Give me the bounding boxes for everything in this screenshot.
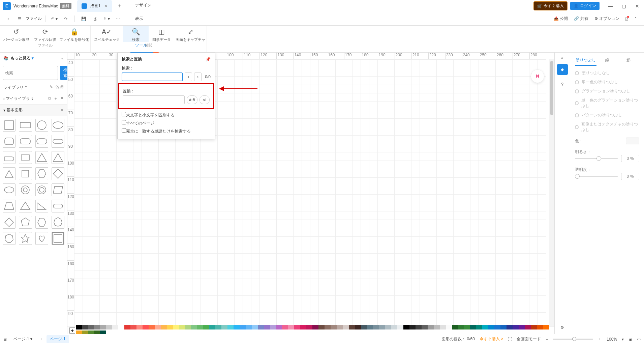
palette-color[interactable] (130, 325, 136, 329)
replace-input[interactable] (123, 95, 185, 104)
shape-item[interactable] (19, 151, 32, 164)
help-icon[interactable]: ? (557, 79, 568, 90)
palette-color[interactable] (343, 325, 349, 329)
shape-item[interactable] (52, 135, 64, 148)
palette-color[interactable] (361, 325, 367, 329)
shape-item[interactable] (19, 216, 32, 229)
page-dropdown[interactable]: ページ-1 ▾ (10, 335, 36, 343)
shape-item[interactable] (52, 200, 64, 212)
fit-width-icon[interactable]: ▭ (637, 337, 641, 342)
more-icon[interactable]: ⋯ (113, 14, 123, 24)
palette-color[interactable] (458, 325, 464, 329)
palette-color[interactable] (185, 325, 191, 329)
new-tab-button[interactable]: ＋ (117, 2, 122, 9)
palette-color[interactable] (173, 325, 179, 329)
close-section-icon[interactable]: ✕ (60, 108, 64, 113)
palette-color[interactable] (264, 325, 270, 329)
palette-color[interactable] (246, 325, 252, 329)
palette-color[interactable] (403, 325, 409, 329)
palette-color[interactable] (191, 325, 197, 329)
fill-tool-icon[interactable]: ◆ (557, 64, 568, 75)
palette-color[interactable] (422, 325, 428, 329)
notification-icon[interactable]: ⍰ (625, 17, 628, 21)
shape-item[interactable] (19, 167, 32, 180)
shape-item[interactable] (19, 119, 32, 132)
fill-option[interactable]: 画像またはテクスチャの塗りつぶし (575, 121, 639, 133)
shape-item[interactable] (19, 135, 32, 148)
palette-color[interactable] (397, 325, 403, 329)
ribbon-図形データ[interactable]: ◫図形データ (149, 26, 174, 42)
ribbon-ファイルを暗号化[interactable]: 🔒ファイルを暗号化 (58, 26, 90, 42)
shape-item[interactable] (3, 151, 16, 164)
palette-color[interactable] (94, 325, 100, 329)
shape-item[interactable] (35, 167, 48, 180)
zoom-in-button[interactable]: ＋ (598, 336, 602, 342)
palette-color[interactable] (203, 325, 209, 329)
ribbon-バージョン履歴[interactable]: ↺バージョン履歴 (0, 26, 32, 42)
menu-デザイン[interactable]: デザイン (130, 0, 156, 12)
palette-color[interactable] (531, 325, 537, 329)
shape-item[interactable] (35, 183, 48, 196)
ribbon-検索[interactable]: 🔍検索 (123, 26, 149, 42)
palette-color[interactable] (470, 325, 476, 329)
shape-item[interactable] (52, 151, 64, 164)
options-button[interactable]: ⚙ オプション (594, 16, 619, 22)
palette-color[interactable] (306, 325, 312, 329)
rp-tab-2[interactable]: 影 (618, 55, 639, 66)
palette-color[interactable] (513, 325, 519, 329)
ai-float-button[interactable]: N (531, 69, 544, 83)
case-sensitive-checkbox[interactable] (122, 112, 126, 116)
back-button[interactable]: ‹ (3, 14, 13, 24)
close-tab-icon[interactable]: ✕ (104, 4, 108, 8)
palette-color[interactable] (500, 325, 507, 329)
palette-color[interactable] (221, 325, 227, 329)
my-library-item[interactable]: マイライブラリ (6, 96, 34, 102)
palette-color[interactable] (337, 325, 343, 329)
shape-item[interactable] (19, 200, 32, 212)
palette-color[interactable] (349, 325, 355, 329)
palette-color[interactable] (525, 325, 531, 329)
login-button[interactable]: 👤ログイン (570, 2, 600, 10)
palette-color[interactable] (106, 325, 112, 329)
edit-icon[interactable]: ✎ (50, 85, 53, 90)
palette-color[interactable] (179, 325, 185, 329)
shape-item[interactable] (35, 232, 48, 245)
palette-color[interactable] (507, 325, 513, 329)
replace-all-button[interactable]: all (200, 95, 210, 104)
prev-match-button[interactable]: ‹ (185, 73, 192, 81)
palette-color[interactable] (355, 325, 361, 329)
palette-color[interactable] (118, 325, 124, 329)
palette-color[interactable] (100, 325, 106, 329)
palette-color[interactable] (434, 325, 440, 329)
palette-color[interactable] (88, 325, 94, 329)
palette-color[interactable] (294, 325, 300, 329)
rp-tab-1[interactable]: 線 (596, 55, 618, 66)
shape-item[interactable] (3, 216, 16, 229)
settings-gear-icon[interactable]: ⚙ (560, 325, 564, 330)
collapse-ribbon-icon[interactable]: ⌃ (634, 17, 637, 21)
fill-option[interactable]: 塗りつぶしなし (575, 70, 639, 76)
palette-color[interactable] (488, 325, 494, 329)
pin-icon[interactable]: 📌 (206, 57, 211, 62)
palette-color[interactable] (282, 325, 288, 329)
palette-color[interactable] (136, 325, 143, 329)
palette-color[interactable] (409, 325, 416, 329)
palette-color[interactable] (276, 325, 282, 329)
ribbon-ファイル回復[interactable]: ⟳ファイル回復 (32, 26, 58, 42)
palette-color[interactable] (215, 325, 221, 329)
shape-item[interactable] (35, 119, 48, 132)
shape-item[interactable] (3, 200, 16, 212)
palette-color[interactable] (385, 325, 391, 329)
palette-color[interactable] (143, 325, 149, 329)
redo-button[interactable]: ↷ (60, 14, 71, 24)
hamburger-icon[interactable]: ☰ (14, 14, 25, 24)
shape-item[interactable] (19, 232, 32, 245)
palette-color[interactable] (258, 325, 264, 329)
search-input[interactable] (122, 73, 183, 81)
shape-item[interactable] (52, 232, 64, 245)
add-icon[interactable]: ＋ (54, 96, 58, 102)
palette-color[interactable] (476, 325, 482, 329)
next-match-button[interactable]: › (194, 73, 202, 81)
fullscreen-icon[interactable]: ⛶ (508, 337, 512, 342)
menu-表示[interactable]: 表示 (130, 12, 156, 26)
